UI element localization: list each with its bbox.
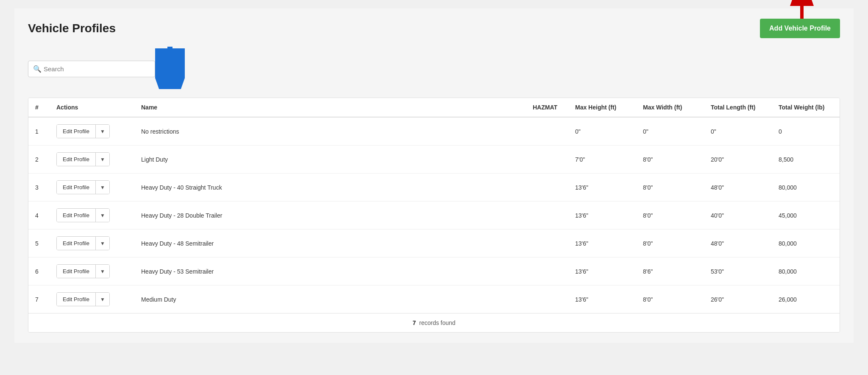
table-footer: 7 records found <box>28 313 840 332</box>
cell-max-height: 13'6" <box>568 174 636 201</box>
cell-name: No restrictions <box>134 117 526 146</box>
edit-profile-dropdown-button[interactable]: ▼ <box>95 125 109 138</box>
table-header-row: # Actions Name HAZMAT Max Height (ft) Ma… <box>28 98 840 117</box>
records-found-text: 7 records found <box>412 319 455 326</box>
cell-total-weight: 80,000 <box>772 174 840 201</box>
cell-num: 6 <box>28 257 50 285</box>
data-table: # Actions Name HAZMAT Max Height (ft) Ma… <box>28 98 840 313</box>
table-row: 1 Edit Profile ▼ No restrictions 0" 0" 0… <box>28 117 840 146</box>
table-row: 4 Edit Profile ▼ Heavy Duty - 28 Double … <box>28 201 840 229</box>
edit-profile-dropdown-button[interactable]: ▼ <box>95 265 109 278</box>
cell-hazmat <box>526 146 568 174</box>
edit-profile-btn-group[interactable]: Edit Profile ▼ <box>56 208 110 222</box>
header-right: Add Vehicle Profile <box>760 19 840 38</box>
cell-num: 4 <box>28 201 50 229</box>
col-header-length: Total Length (ft) <box>704 98 772 117</box>
edit-profile-btn-group[interactable]: Edit Profile ▼ <box>56 292 110 306</box>
cell-max-height: 13'6" <box>568 257 636 285</box>
add-vehicle-button[interactable]: Add Vehicle Profile <box>760 19 840 38</box>
edit-profile-button[interactable]: Edit Profile <box>57 153 95 166</box>
cell-hazmat <box>526 229 568 257</box>
cell-hazmat <box>526 285 568 313</box>
edit-profile-button[interactable]: Edit Profile <box>57 237 95 250</box>
records-label: records found <box>419 319 456 326</box>
col-header-hazmat: HAZMAT <box>526 98 568 117</box>
cell-max-width: 8'6" <box>636 257 704 285</box>
table-row: 6 Edit Profile ▼ Heavy Duty - 53 Semitra… <box>28 257 840 285</box>
search-icon: 🔍 <box>33 65 42 73</box>
cell-total-length: 48'0" <box>704 229 772 257</box>
blue-arrow-icon <box>155 47 185 89</box>
edit-profile-button[interactable]: Edit Profile <box>57 125 95 138</box>
page-container: Vehicle Profiles Add Vehicle Profile 🔍 <box>14 8 854 343</box>
cell-num: 7 <box>28 285 50 313</box>
cell-total-length: 20'0" <box>704 146 772 174</box>
col-header-actions: Actions <box>50 98 134 117</box>
page-title: Vehicle Profiles <box>28 22 116 35</box>
cell-name: Heavy Duty - 48 Semitrailer <box>134 229 526 257</box>
cell-actions: Edit Profile ▼ <box>50 257 134 285</box>
table-row: 7 Edit Profile ▼ Medium Duty 13'6" 8'0" … <box>28 285 840 313</box>
cell-hazmat <box>526 174 568 201</box>
table-card: # Actions Name HAZMAT Max Height (ft) Ma… <box>28 98 840 333</box>
page-header: Vehicle Profiles Add Vehicle Profile <box>28 19 840 38</box>
cell-total-weight: 80,000 <box>772 229 840 257</box>
cell-max-height: 13'6" <box>568 201 636 229</box>
blue-arrow-container <box>155 47 185 91</box>
edit-profile-dropdown-button[interactable]: ▼ <box>95 237 109 250</box>
cell-num: 1 <box>28 117 50 146</box>
cell-max-width: 8'0" <box>636 146 704 174</box>
cell-name: Heavy Duty - 28 Double Trailer <box>134 201 526 229</box>
search-wrapper: 🔍 <box>28 61 155 77</box>
cell-total-length: 26'0" <box>704 285 772 313</box>
cell-name: Light Duty <box>134 146 526 174</box>
cell-total-length: 48'0" <box>704 174 772 201</box>
cell-name: Heavy Duty - 40 Straight Truck <box>134 174 526 201</box>
cell-actions: Edit Profile ▼ <box>50 117 134 146</box>
edit-profile-button[interactable]: Edit Profile <box>57 209 95 222</box>
cell-actions: Edit Profile ▼ <box>50 146 134 174</box>
cell-total-length: 53'0" <box>704 257 772 285</box>
col-header-height: Max Height (ft) <box>568 98 636 117</box>
edit-profile-btn-group[interactable]: Edit Profile ▼ <box>56 264 110 278</box>
toolbar: 🔍 <box>28 47 840 91</box>
cell-num: 3 <box>28 174 50 201</box>
edit-profile-button[interactable]: Edit Profile <box>57 293 95 306</box>
records-count: 7 <box>412 319 416 326</box>
cell-total-weight: 45,000 <box>772 201 840 229</box>
cell-hazmat <box>526 257 568 285</box>
edit-profile-dropdown-button[interactable]: ▼ <box>95 209 109 222</box>
cell-actions: Edit Profile ▼ <box>50 174 134 201</box>
edit-profile-dropdown-button[interactable]: ▼ <box>95 181 109 194</box>
cell-max-width: 0" <box>636 117 704 146</box>
edit-profile-btn-group[interactable]: Edit Profile ▼ <box>56 236 110 250</box>
edit-profile-button[interactable]: Edit Profile <box>57 181 95 194</box>
cell-max-height: 7'0" <box>568 146 636 174</box>
col-header-width: Max Width (ft) <box>636 98 704 117</box>
edit-profile-btn-group[interactable]: Edit Profile ▼ <box>56 124 110 138</box>
cell-max-height: 13'6" <box>568 229 636 257</box>
search-input[interactable] <box>28 61 155 77</box>
edit-profile-btn-group[interactable]: Edit Profile ▼ <box>56 180 110 194</box>
cell-max-height: 0" <box>568 117 636 146</box>
col-header-num: # <box>28 98 50 117</box>
table-row: 5 Edit Profile ▼ Heavy Duty - 48 Semitra… <box>28 229 840 257</box>
cell-num: 2 <box>28 146 50 174</box>
edit-profile-btn-group[interactable]: Edit Profile ▼ <box>56 152 110 166</box>
cell-max-width: 8'0" <box>636 285 704 313</box>
cell-max-width: 8'0" <box>636 174 704 201</box>
cell-total-weight: 26,000 <box>772 285 840 313</box>
cell-total-weight: 8,500 <box>772 146 840 174</box>
cell-total-weight: 0 <box>772 117 840 146</box>
col-header-weight: Total Weight (lb) <box>772 98 840 117</box>
red-arrow-icon <box>789 0 815 19</box>
cell-hazmat <box>526 117 568 146</box>
cell-hazmat <box>526 201 568 229</box>
edit-profile-dropdown-button[interactable]: ▼ <box>95 153 109 166</box>
cell-name: Heavy Duty - 53 Semitrailer <box>134 257 526 285</box>
edit-profile-button[interactable]: Edit Profile <box>57 265 95 278</box>
cell-total-weight: 80,000 <box>772 257 840 285</box>
edit-profile-dropdown-button[interactable]: ▼ <box>95 293 109 306</box>
cell-actions: Edit Profile ▼ <box>50 285 134 313</box>
cell-total-length: 40'0" <box>704 201 772 229</box>
